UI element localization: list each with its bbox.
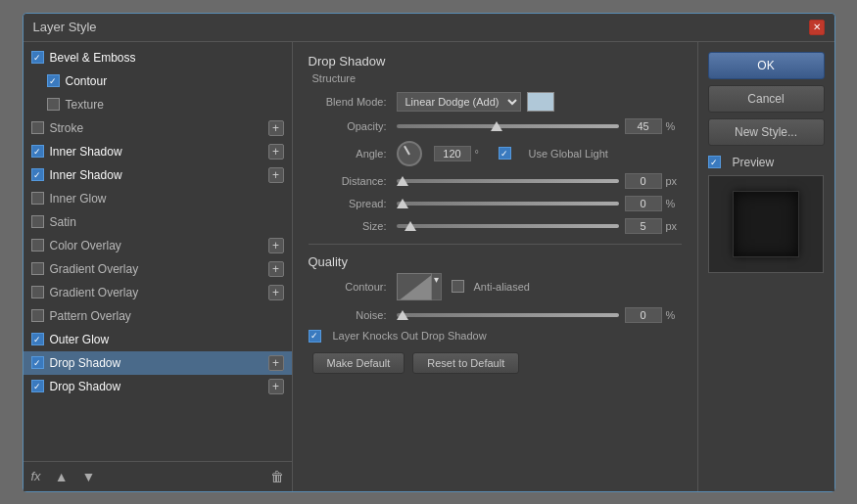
new-style-button[interactable]: New Style... bbox=[708, 118, 825, 146]
item-label-inner-shadow-2: Inner Shadow bbox=[50, 168, 284, 182]
contour-preview[interactable] bbox=[397, 273, 432, 300]
cancel-button[interactable]: Cancel bbox=[708, 85, 825, 113]
item-label-inner-glow: Inner Glow bbox=[50, 192, 284, 206]
noise-input[interactable]: 0 bbox=[625, 307, 662, 323]
checkbox-inner-glow[interactable] bbox=[31, 192, 44, 205]
preview-section: Preview bbox=[708, 156, 825, 273]
dialog-title: Layer Style bbox=[33, 20, 97, 34]
blend-color-swatch[interactable] bbox=[527, 92, 554, 112]
plus-btn-gradient-overlay-2[interactable]: + bbox=[268, 285, 284, 300]
layer-knocks-row: Layer Knocks Out Drop Shadow bbox=[309, 330, 682, 343]
item-label-gradient-overlay-2: Gradient Overlay bbox=[50, 286, 284, 299]
list-item-stroke[interactable]: Stroke+ bbox=[24, 116, 292, 140]
move-up-button[interactable]: ▲ bbox=[51, 467, 72, 486]
left-panel: Bevel & EmbossContourTextureStroke+Inner… bbox=[24, 42, 293, 491]
layer-style-dialog: Layer Style ✕ Bevel & EmbossContourTextu… bbox=[23, 13, 835, 492]
section-title: Drop Shadow bbox=[309, 54, 682, 69]
opacity-slider[interactable] bbox=[397, 118, 619, 134]
size-slider[interactable] bbox=[397, 218, 619, 234]
list-item-gradient-overlay-2[interactable]: Gradient Overlay+ bbox=[24, 281, 292, 304]
checkbox-drop-shadow-1[interactable] bbox=[31, 356, 44, 369]
bottom-buttons: Make Default Reset to Default bbox=[309, 352, 682, 374]
list-item-gradient-overlay-1[interactable]: Gradient Overlay+ bbox=[24, 257, 292, 281]
reset-default-button[interactable]: Reset to Default bbox=[412, 352, 519, 374]
checkbox-pattern-overlay[interactable] bbox=[31, 309, 44, 322]
angle-dial[interactable] bbox=[397, 141, 422, 166]
move-down-button[interactable]: ▼ bbox=[77, 467, 99, 486]
size-input[interactable]: 5 bbox=[625, 218, 662, 234]
distance-input[interactable]: 0 bbox=[625, 173, 662, 189]
spread-label: Spread: bbox=[309, 198, 387, 209]
list-item-outer-glow[interactable]: Outer Glow bbox=[24, 328, 292, 351]
spread-input[interactable]: 0 bbox=[625, 196, 662, 211]
size-label: Size: bbox=[309, 220, 387, 232]
svg-marker-0 bbox=[398, 274, 432, 300]
opacity-input[interactable]: 45 bbox=[625, 118, 662, 134]
list-item-color-overlay[interactable]: Color Overlay+ bbox=[24, 234, 292, 257]
delete-button[interactable]: 🗑 bbox=[270, 469, 284, 484]
layer-knocks-label: Layer Knocks Out Drop Shadow bbox=[333, 330, 487, 342]
list-item-pattern-overlay[interactable]: Pattern Overlay bbox=[24, 304, 292, 328]
preview-canvas bbox=[708, 175, 824, 273]
list-item-bevel-emboss[interactable]: Bevel & Emboss bbox=[24, 46, 292, 69]
item-label-inner-shadow-1: Inner Shadow bbox=[50, 145, 284, 159]
anti-aliased-checkbox[interactable] bbox=[452, 280, 464, 293]
checkbox-gradient-overlay-1[interactable] bbox=[31, 262, 44, 275]
plus-btn-stroke[interactable]: + bbox=[268, 120, 284, 136]
checkbox-color-overlay[interactable] bbox=[31, 239, 44, 252]
list-item-satin[interactable]: Satin bbox=[24, 210, 292, 234]
spread-row: Spread: 0 % bbox=[309, 196, 682, 211]
contour-label: Contour: bbox=[309, 281, 387, 293]
plus-btn-color-overlay[interactable]: + bbox=[268, 238, 284, 253]
item-label-satin: Satin bbox=[50, 215, 284, 229]
spread-slider[interactable] bbox=[397, 196, 619, 211]
preview-checkbox[interactable] bbox=[708, 156, 721, 168]
item-label-contour: Contour bbox=[66, 74, 284, 88]
blend-mode-select[interactable]: NormalDissolveMultiplyScreenOverlayLinea… bbox=[397, 92, 521, 112]
checkbox-drop-shadow-2[interactable] bbox=[31, 380, 44, 392]
list-item-contour[interactable]: Contour bbox=[24, 69, 292, 93]
list-item-inner-shadow-2[interactable]: Inner Shadow+ bbox=[24, 163, 292, 187]
angle-label: Angle: bbox=[309, 148, 387, 160]
checkbox-inner-shadow-1[interactable] bbox=[31, 145, 44, 158]
angle-input[interactable]: 120 bbox=[434, 146, 471, 161]
checkbox-outer-glow[interactable] bbox=[31, 333, 44, 345]
checkbox-bevel-emboss[interactable] bbox=[31, 51, 44, 64]
plus-btn-inner-shadow-1[interactable]: + bbox=[268, 144, 284, 160]
blend-mode-row: Blend Mode: NormalDissolveMultiplyScreen… bbox=[309, 92, 682, 112]
opacity-unit: % bbox=[666, 120, 682, 132]
blend-mode-label: Blend Mode: bbox=[309, 96, 387, 108]
checkbox-gradient-overlay-2[interactable] bbox=[31, 286, 44, 298]
make-default-button[interactable]: Make Default bbox=[312, 352, 405, 374]
close-button[interactable]: ✕ bbox=[809, 20, 825, 35]
list-item-drop-shadow-1[interactable]: Drop Shadow+ bbox=[24, 351, 292, 375]
preview-shape bbox=[733, 191, 799, 257]
anti-aliased-label: Anti-aliased bbox=[474, 281, 530, 293]
item-label-pattern-overlay: Pattern Overlay bbox=[50, 309, 284, 323]
contour-dropdown[interactable]: ▾ bbox=[432, 273, 442, 300]
preview-label: Preview bbox=[733, 156, 775, 169]
checkbox-texture[interactable] bbox=[47, 98, 60, 111]
plus-btn-inner-shadow-2[interactable]: + bbox=[268, 167, 284, 183]
plus-btn-drop-shadow-1[interactable]: + bbox=[268, 355, 284, 371]
list-item-texture[interactable]: Texture bbox=[24, 93, 292, 116]
global-light-checkbox[interactable] bbox=[499, 147, 511, 160]
list-item-drop-shadow-2[interactable]: Drop Shadow+ bbox=[24, 375, 292, 398]
plus-btn-gradient-overlay-1[interactable]: + bbox=[268, 261, 284, 277]
noise-row: Noise: 0 % bbox=[309, 307, 682, 323]
checkbox-inner-shadow-2[interactable] bbox=[31, 168, 44, 181]
layers-list: Bevel & EmbossContourTextureStroke+Inner… bbox=[24, 42, 292, 461]
ok-button[interactable]: OK bbox=[708, 52, 825, 79]
item-label-bevel-emboss: Bevel & Emboss bbox=[50, 51, 284, 65]
layer-knocks-checkbox[interactable] bbox=[309, 330, 321, 343]
distance-slider[interactable] bbox=[397, 173, 619, 189]
checkbox-stroke[interactable] bbox=[31, 121, 44, 134]
checkbox-contour[interactable] bbox=[47, 74, 60, 87]
list-item-inner-shadow-1[interactable]: Inner Shadow+ bbox=[24, 140, 292, 163]
plus-btn-drop-shadow-2[interactable]: + bbox=[268, 379, 284, 394]
list-item-inner-glow[interactable]: Inner Glow bbox=[24, 187, 292, 210]
noise-slider[interactable] bbox=[397, 307, 619, 323]
size-unit: px bbox=[666, 220, 682, 232]
fx-label: fx bbox=[31, 469, 41, 483]
checkbox-satin[interactable] bbox=[31, 215, 44, 228]
